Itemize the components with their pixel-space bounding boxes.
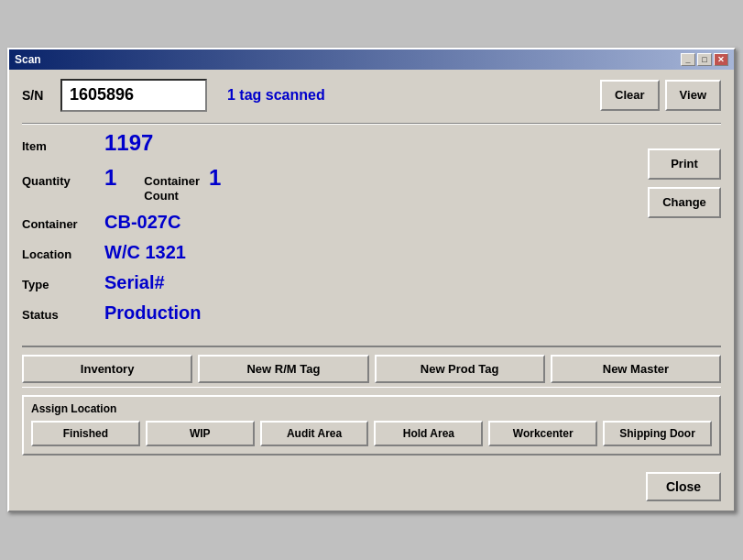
assign-location-buttons: Finished WIP Audit Area Hold Area Workce…: [31, 421, 712, 446]
scan-window: Scan _ □ ✕ S/N 1 tag scanned Clear View …: [7, 48, 736, 512]
container-row: Container CB-027C: [22, 212, 639, 233]
top-row: S/N 1 tag scanned Clear View: [22, 79, 721, 112]
fields-left: Item 1197 Quantity 1 ContainerCount 1: [22, 130, 639, 333]
divider-top: [22, 123, 721, 125]
window-title: Scan: [15, 53, 41, 66]
bottom-bar: Close: [9, 465, 734, 511]
window-close-button[interactable]: ✕: [714, 53, 728, 66]
top-buttons: Clear View: [600, 80, 721, 111]
status-row: Status Production: [22, 302, 639, 324]
finished-button[interactable]: Finished: [31, 421, 140, 446]
item-label: Item: [22, 139, 104, 153]
container-label: Container: [22, 217, 104, 231]
sn-input[interactable]: [60, 79, 207, 112]
maximize-button[interactable]: □: [697, 53, 712, 66]
audit-area-button[interactable]: Audit Area: [260, 421, 369, 446]
quantity-group: Quantity 1: [22, 165, 116, 191]
type-row: Type Serial#: [22, 272, 639, 293]
assign-location-label: Assign Location: [31, 402, 712, 415]
qty-container-row: Quantity 1 ContainerCount 1: [22, 165, 639, 203]
item-row: Item 1197: [22, 130, 639, 156]
action-buttons-row: Inventory New R/M Tag New Prod Tag New M…: [22, 346, 721, 388]
clear-button[interactable]: Clear: [600, 80, 660, 111]
shipping-door-button[interactable]: Shipping Door: [603, 421, 712, 446]
sn-label: S/N: [22, 88, 49, 103]
inventory-button[interactable]: Inventory: [22, 355, 192, 383]
item-value: 1197: [104, 130, 153, 156]
hold-area-button[interactable]: Hold Area: [374, 421, 483, 446]
new-rm-tag-button[interactable]: New R/M Tag: [198, 355, 368, 383]
workcenter-button[interactable]: Workcenter: [488, 421, 597, 446]
location-row: Location W/C 1321: [22, 242, 639, 263]
assign-location-section: Assign Location Finished WIP Audit Area …: [22, 395, 721, 456]
title-bar: Scan _ □ ✕: [9, 49, 734, 70]
quantity-value: 1: [104, 165, 116, 191]
new-prod-tag-button[interactable]: New Prod Tag: [375, 355, 545, 383]
location-label: Location: [22, 247, 104, 261]
content-area: S/N 1 tag scanned Clear View Item 1197: [9, 70, 734, 465]
view-button[interactable]: View: [665, 80, 721, 111]
type-label: Type: [22, 278, 104, 291]
container-count-label: ContainerCount: [144, 174, 200, 203]
close-button[interactable]: Close: [646, 472, 721, 501]
container-count-value: 1: [209, 165, 221, 191]
status-value: Production: [104, 302, 202, 324]
title-bar-buttons: _ □ ✕: [681, 53, 728, 66]
print-button[interactable]: Print: [648, 148, 721, 180]
type-value: Serial#: [104, 272, 165, 293]
container-count-group: ContainerCount 1: [144, 165, 221, 203]
fields-section: Item 1197 Quantity 1 ContainerCount 1: [22, 130, 721, 333]
wip-button[interactable]: WIP: [146, 421, 255, 446]
scan-status: 1 tag scanned: [227, 87, 589, 104]
container-value: CB-027C: [104, 212, 180, 233]
location-value: W/C 1321: [104, 242, 186, 263]
status-label: Status: [22, 308, 104, 322]
change-button[interactable]: Change: [648, 187, 721, 218]
fields-right: Print Change: [648, 130, 721, 333]
new-master-button[interactable]: New Master: [551, 355, 721, 383]
quantity-label: Quantity: [22, 174, 104, 188]
minimize-button[interactable]: _: [681, 53, 695, 66]
